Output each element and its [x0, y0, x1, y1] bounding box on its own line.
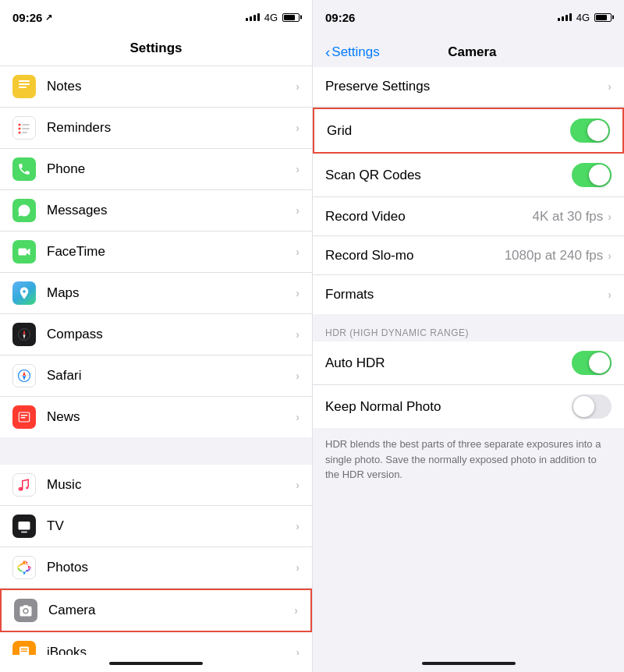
camera-group-hdr: Auto HDR Keep Normal Photo [313, 341, 624, 428]
camera-item-auto-hdr[interactable]: Auto HDR [313, 341, 624, 385]
ibooks-icon [12, 641, 36, 655]
auto-hdr-toggle[interactable] [572, 351, 612, 375]
settings-title: Settings [129, 41, 182, 55]
maps-icon [12, 281, 36, 305]
photos-label: Photos [47, 560, 296, 575]
settings-panel: 09:26 ↗ 4G Settings No [0, 0, 312, 672]
settings-item-camera[interactable]: Camera › [0, 589, 312, 632]
record-video-value: 4K at 30 fps [533, 209, 604, 225]
notes-label: Notes [47, 79, 296, 94]
settings-item-photos[interactable]: Photos › [0, 547, 312, 589]
news-chevron: › [296, 411, 300, 423]
notes-icon [12, 75, 36, 98]
camera-item-grid[interactable]: Grid [313, 108, 624, 154]
svg-rect-8 [22, 132, 27, 133]
safari-label: Safari [47, 368, 296, 384]
facetime-chevron: › [296, 246, 300, 258]
keep-normal-toggle[interactable] [572, 394, 612, 419]
record-video-label: Record Video [325, 209, 533, 225]
safari-chevron: › [296, 370, 300, 382]
settings-item-maps[interactable]: Maps › [0, 273, 312, 314]
camera-icon [14, 599, 37, 622]
music-chevron: › [296, 479, 300, 491]
camera-item-preserve-settings[interactable]: Preserve Settings › [313, 67, 624, 106]
camera-group-1: Preserve Settings › [313, 67, 624, 106]
status-right: 4G [246, 12, 300, 23]
settings-item-phone[interactable]: Phone › [0, 149, 312, 190]
reminders-icon [12, 116, 36, 140]
music-label: Music [47, 477, 296, 493]
camera-header: ‹ Settings Camera [313, 34, 624, 67]
camera-item-scan-qr[interactable]: Scan QR Codes [313, 154, 624, 197]
reminders-label: Reminders [47, 120, 296, 136]
svg-point-3 [19, 124, 21, 126]
phone-icon [12, 157, 36, 181]
signal-bars-right [558, 13, 572, 21]
svg-rect-9 [19, 249, 27, 256]
compass-chevron: › [296, 328, 300, 341]
tv-label: TV [47, 518, 296, 534]
hdr-section-label: HDR (HIGH DYNAMIC RANGE) [325, 327, 612, 338]
svg-rect-19 [21, 415, 28, 416]
camera-item-record-video[interactable]: Record Video 4K at 30 fps › [313, 197, 624, 236]
facetime-icon [12, 240, 36, 263]
scan-qr-toggle[interactable] [572, 163, 612, 187]
back-button[interactable]: ‹ Settings [325, 44, 380, 61]
auto-hdr-label: Auto HDR [325, 355, 572, 371]
svg-rect-20 [21, 417, 26, 419]
messages-label: Messages [47, 203, 296, 218]
divider-1 [0, 438, 312, 465]
signal-bars [246, 13, 260, 21]
svg-point-5 [19, 128, 21, 130]
settings-item-reminders[interactable]: Reminders › [0, 108, 312, 149]
record-slomo-chevron: › [608, 249, 612, 262]
svg-rect-28 [21, 651, 28, 652]
ibooks-label: iBooks [47, 645, 296, 655]
network-type-left: 4G [264, 12, 278, 23]
phone-label: Phone [47, 161, 296, 177]
back-chevron-icon: ‹ [325, 44, 330, 61]
phone-chevron: › [296, 163, 300, 175]
tv-chevron: › [296, 520, 300, 532]
svg-point-24 [22, 565, 27, 570]
settings-item-messages[interactable]: Messages › [0, 190, 312, 232]
music-icon [12, 473, 36, 497]
settings-header: Settings [0, 34, 312, 66]
camera-settings-list[interactable]: Preserve Settings › Grid Scan QR Codes [313, 67, 624, 655]
settings-item-safari[interactable]: Safari › [0, 355, 312, 397]
camera-item-formats[interactable]: Formats › [313, 275, 624, 314]
grid-toggle[interactable] [570, 118, 610, 143]
news-icon [12, 405, 36, 429]
settings-list[interactable]: Notes › Reminders › Phone › [0, 66, 312, 655]
grid-label: Grid [327, 123, 570, 139]
svg-rect-27 [21, 649, 28, 650]
messages-chevron: › [296, 204, 300, 217]
camera-item-keep-normal[interactable]: Keep Normal Photo [313, 385, 624, 428]
camera-panel: 09:26 4G ‹ Settings Camera Preserve [312, 0, 624, 672]
settings-item-music[interactable]: Music › [0, 465, 312, 506]
formats-chevron: › [608, 288, 612, 301]
settings-item-notes[interactable]: Notes › [0, 66, 312, 108]
record-slomo-label: Record Slo-mo [325, 248, 505, 263]
network-type-right: 4G [576, 12, 590, 23]
formats-label: Formats [325, 287, 608, 302]
settings-item-ibooks[interactable]: iBooks › [0, 632, 312, 655]
svg-marker-17 [23, 376, 27, 380]
svg-rect-23 [19, 522, 30, 530]
time-right: 09:26 [325, 11, 355, 24]
news-label: News [47, 409, 296, 425]
settings-group-1: Notes › Reminders › Phone › [0, 66, 312, 437]
home-indicator-left [0, 655, 312, 672]
svg-rect-4 [22, 124, 30, 126]
settings-item-compass[interactable]: Compass › [0, 314, 312, 355]
hdr-description: HDR blends the best parts of three separ… [313, 429, 624, 493]
grid-toggle-knob [587, 120, 608, 141]
settings-item-news[interactable]: News › [0, 397, 312, 437]
camera-item-record-slomo[interactable]: Record Slo-mo 1080p at 240 fps › [313, 236, 624, 275]
settings-item-facetime[interactable]: FaceTime › [0, 232, 312, 273]
keep-normal-toggle-knob [573, 396, 594, 417]
settings-item-tv[interactable]: TV › [0, 506, 312, 547]
status-bar-left: 09:26 ↗ 4G [0, 0, 312, 34]
maps-label: Maps [47, 285, 296, 301]
time-left: 09:26 [12, 11, 42, 24]
